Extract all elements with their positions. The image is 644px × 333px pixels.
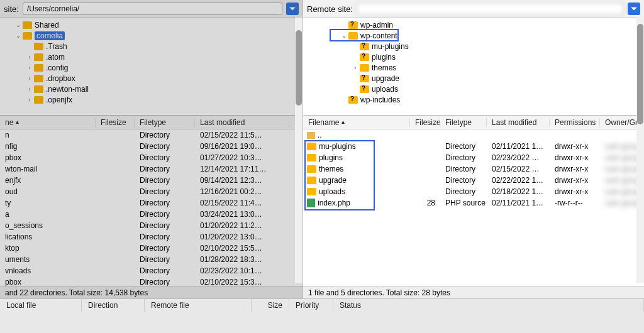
- tree-node[interactable]: ·wp-admin: [303, 19, 644, 30]
- file-permissions: drwxr-xr-x: [550, 142, 600, 151]
- tree-node[interactable]: ·plugins: [303, 52, 644, 62]
- tree-node[interactable]: ›.newton-mail: [0, 84, 303, 94]
- tree-node[interactable]: ›themes: [303, 62, 644, 73]
- tree-node[interactable]: ›.atom: [0, 52, 303, 62]
- list-item[interactable]: themesDirectory02/15/2022 …drwxr-xr-xuse…: [303, 163, 644, 175]
- file-type: Directory: [135, 221, 195, 230]
- chevron-right-icon[interactable]: ›: [25, 75, 34, 82]
- chevron-right-icon[interactable]: ›: [351, 64, 360, 71]
- chevron-right-icon[interactable]: ·: [340, 96, 348, 103]
- local-file-headers[interactable]: ne Filesize Filetype Last modified: [0, 116, 303, 129]
- local-header-name[interactable]: ne: [0, 118, 96, 127]
- transfer-queue-header: Local file Direction Remote file Size Pr…: [0, 298, 644, 312]
- remote-header-perm[interactable]: Permissions: [550, 118, 600, 127]
- remote-file-headers[interactable]: Filename Filesize Filetype Last modified…: [303, 116, 644, 129]
- list-item[interactable]: tyDirectory02/15/2022 11:4…: [0, 197, 303, 209]
- tree-node-label: cornelia: [35, 31, 65, 40]
- tree-node-label: Shared: [35, 21, 59, 30]
- remote-header-modified[interactable]: Last modified: [487, 118, 550, 127]
- queue-header-direction[interactable]: Direction: [82, 299, 145, 312]
- chevron-down-icon[interactable]: ⌄: [14, 21, 23, 28]
- chevron-right-icon[interactable]: ›: [25, 64, 34, 71]
- chevron-right-icon[interactable]: ·: [351, 75, 360, 82]
- chevron-down-icon[interactable]: ⌄: [14, 32, 23, 39]
- remote-header-type[interactable]: Filetype: [440, 118, 487, 127]
- file-name: mu-plugins: [303, 142, 410, 151]
- local-path-dropdown[interactable]: [286, 3, 299, 15]
- list-item[interactable]: index.php28PHP source02/11/2021 1…-rw-r-…: [303, 197, 644, 209]
- file-type: Directory: [135, 278, 195, 286]
- local-header-modified[interactable]: Last modified: [195, 118, 289, 127]
- tree-node[interactable]: ·wp-includes: [303, 94, 644, 105]
- tree-node[interactable]: ›.openjfx: [0, 94, 303, 105]
- list-item[interactable]: enjfxDirectory09/14/2021 12:3…: [0, 175, 303, 186]
- list-item[interactable]: pboxDirectory02/10/2022 15:3…: [0, 276, 303, 286]
- list-item[interactable]: pluginsDirectory02/23/2022 …drwxr-xr-xus…: [303, 152, 644, 163]
- queue-header-remote[interactable]: Remote file: [145, 299, 252, 312]
- file-modified: 02/10/2022 15:5…: [195, 244, 289, 253]
- local-status: and 22 directories. Total size: 14,538 b…: [0, 286, 303, 298]
- list-item[interactable]: vnloadsDirectory02/23/2022 10:1…: [0, 265, 303, 276]
- queue-header-priority[interactable]: Priority: [289, 299, 333, 312]
- local-path-input[interactable]: [23, 3, 282, 15]
- file-modified: 01/28/2022 18:3…: [195, 255, 289, 264]
- tree-node[interactable]: ·uploads: [303, 84, 644, 94]
- remote-header-name[interactable]: Filename: [303, 118, 410, 127]
- tree-node[interactable]: ›.dropbox: [0, 73, 303, 84]
- file-type: Directory: [135, 131, 195, 139]
- tree-node[interactable]: ⌄cornelia: [0, 30, 303, 41]
- list-item[interactable]: umentsDirectory01/28/2022 18:3…: [0, 254, 303, 265]
- queue-header-local[interactable]: Local file: [0, 299, 82, 312]
- list-item[interactable]: wton-mailDirectory12/14/2021 17:11…: [0, 163, 303, 175]
- list-item[interactable]: mu-pluginsDirectory02/11/2021 1…drwxr-xr…: [303, 141, 644, 152]
- file-modified: 02/11/2021 1…: [487, 142, 550, 151]
- local-header-type[interactable]: Filetype: [135, 118, 195, 127]
- remote-scrollbar[interactable]: [636, 18, 644, 283]
- local-file-list[interactable]: nDirectory02/15/2022 11:5…nfigDirectory0…: [0, 129, 303, 286]
- chevron-down-icon[interactable]: ⌄: [340, 32, 348, 39]
- chevron-right-icon[interactable]: ·: [25, 43, 34, 50]
- tree-node[interactable]: ›.config: [0, 62, 303, 73]
- remote-header-size[interactable]: Filesize: [410, 118, 440, 127]
- list-item[interactable]: upgradeDirectory02/22/2022 1…drwxr-xr-xu…: [303, 175, 644, 186]
- queue-header-status[interactable]: Status: [333, 299, 644, 312]
- tree-node[interactable]: ·mu-plugins: [303, 41, 644, 52]
- chevron-right-icon[interactable]: ·: [351, 43, 360, 50]
- list-item[interactable]: o_sessionsDirectory01/20/2022 11:2…: [0, 220, 303, 231]
- list-item[interactable]: oudDirectory12/16/2021 00:2…: [0, 186, 303, 197]
- tree-node[interactable]: ⌄Shared: [0, 19, 303, 30]
- chevron-right-icon[interactable]: ·: [351, 53, 360, 60]
- queue-header-size[interactable]: Size: [252, 299, 289, 312]
- local-panel: site: ⌄Shared⌄cornelia·.Trash›.atom›.con…: [0, 0, 303, 298]
- local-tree[interactable]: ⌄Shared⌄cornelia·.Trash›.atom›.config›.d…: [0, 18, 303, 116]
- list-item[interactable]: nDirectory02/15/2022 11:5…: [0, 129, 303, 141]
- list-item[interactable]: ktopDirectory02/10/2022 15:5…: [0, 243, 303, 254]
- file-permissions: drwxr-xr-x: [550, 165, 600, 173]
- chevron-right-icon[interactable]: ›: [25, 53, 34, 60]
- list-item[interactable]: pboxDirectory01/27/2022 10:3…: [0, 152, 303, 163]
- local-scrollbar[interactable]: [295, 18, 303, 283]
- list-item[interactable]: uploadsDirectory02/18/2022 1…drwxr-xr-xu…: [303, 186, 644, 197]
- file-name: nfig: [0, 142, 96, 151]
- remote-path-input[interactable]: [357, 3, 624, 15]
- list-item[interactable]: aDirectory03/24/2021 13:0…: [0, 209, 303, 220]
- list-item[interactable]: ..: [303, 129, 644, 141]
- chevron-right-icon[interactable]: ·: [340, 21, 348, 28]
- chevron-right-icon[interactable]: ›: [25, 96, 34, 103]
- remote-path-dropdown[interactable]: [628, 3, 640, 15]
- tree-node[interactable]: ·.Trash: [0, 41, 303, 52]
- file-modified: 02/23/2022 …: [487, 153, 550, 162]
- tree-node-label: wp-content: [360, 31, 397, 40]
- remote-file-list[interactable]: ..mu-pluginsDirectory02/11/2021 1…drwxr-…: [303, 129, 644, 286]
- remote-status: 1 file and 5 directories. Total size: 28…: [303, 286, 644, 298]
- list-item[interactable]: licationsDirectory01/20/2022 13:0…: [0, 231, 303, 243]
- tree-node-label: .openjfx: [46, 96, 72, 104]
- remote-tree[interactable]: ·wp-admin⌄wp-content·mu-plugins·plugins›…: [303, 18, 644, 116]
- chevron-right-icon[interactable]: ›: [25, 85, 34, 92]
- file-type: PHP source: [440, 199, 487, 207]
- tree-node[interactable]: ·upgrade: [303, 73, 644, 84]
- list-item[interactable]: nfigDirectory09/16/2021 19:0…: [0, 141, 303, 152]
- local-header-size[interactable]: Filesize: [96, 118, 135, 127]
- tree-node[interactable]: ⌄wp-content: [303, 30, 644, 41]
- chevron-right-icon[interactable]: ·: [351, 85, 360, 92]
